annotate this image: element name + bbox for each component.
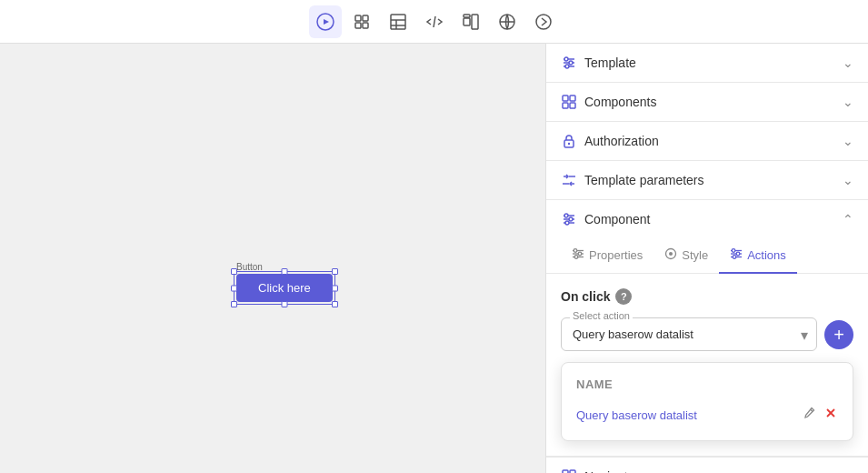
layout-button[interactable] (454, 5, 487, 38)
action-delete-button[interactable] (823, 406, 838, 424)
add-action-button[interactable]: + (824, 320, 853, 349)
section-navigator-header[interactable]: Navigator ⌄ (546, 458, 868, 473)
section-template-params-title: Template parameters (561, 172, 704, 188)
tab-actions-label: Actions (747, 248, 786, 262)
svg-rect-23 (563, 96, 568, 101)
svg-point-44 (669, 252, 673, 256)
section-components-header[interactable]: Components ⌄ (546, 83, 868, 121)
on-click-header: On click ? (561, 288, 853, 305)
section-authorization-title: Authorization (561, 133, 659, 149)
navigator-icon (561, 468, 577, 473)
sliders-icon (561, 55, 577, 71)
handle-mr[interactable] (332, 285, 338, 291)
svg-point-16 (536, 15, 551, 29)
svg-point-34 (564, 214, 568, 217)
svg-rect-4 (355, 23, 361, 28)
component-sliders-icon (561, 211, 577, 227)
section-template-title: Template (561, 55, 636, 71)
section-authorization-chevron: ⌄ (843, 134, 853, 148)
translate-button[interactable] (491, 5, 524, 38)
section-template-params-header[interactable]: Template parameters ⌄ (546, 161, 868, 199)
style-tab-icon (664, 247, 677, 263)
action-list-dropdown: Name Query baserow datalist (561, 362, 853, 441)
tab-actions[interactable]: Actions (719, 238, 797, 274)
section-component-header[interactable]: Component ⌃ (546, 200, 868, 238)
tab-style[interactable]: Style (653, 238, 719, 274)
actions-tab-icon (730, 247, 743, 263)
arrow-right-button[interactable] (527, 5, 560, 38)
svg-rect-11 (464, 18, 470, 25)
action-edit-button[interactable] (802, 406, 816, 424)
svg-rect-26 (570, 103, 575, 108)
section-template-header[interactable]: Template ⌄ (546, 44, 868, 82)
toolbar (0, 0, 868, 44)
section-components: Components ⌄ (546, 83, 868, 122)
select-wrapper: Query baserow datalist Open URL Show not… (561, 317, 817, 351)
section-component-chevron: ⌃ (843, 212, 853, 226)
handle-br[interactable] (332, 301, 338, 307)
section-authorization: Authorization ⌄ (546, 122, 868, 161)
svg-point-41 (578, 252, 582, 256)
lock-icon (561, 133, 577, 149)
svg-point-21 (569, 61, 573, 65)
main-layout: Button Click here (0, 44, 868, 473)
handle-bm[interactable] (281, 301, 287, 307)
select-action-dropdown[interactable]: Query baserow datalist Open URL Show not… (561, 317, 817, 351)
section-template-params-label: Template parameters (584, 173, 704, 187)
tab-properties[interactable]: Properties (561, 238, 653, 274)
svg-line-10 (434, 16, 435, 27)
svg-rect-2 (355, 15, 361, 21)
svg-point-20 (564, 57, 568, 61)
svg-point-42 (574, 256, 578, 259)
on-click-label: On click (561, 289, 610, 304)
section-template: Template ⌄ (546, 44, 868, 83)
select-action-wrapper: Select action Query baserow datalist Ope… (561, 317, 853, 351)
help-icon[interactable]: ? (615, 288, 632, 305)
section-navigator: Navigator ⌄ (546, 457, 868, 473)
arrows-icon (561, 172, 577, 188)
svg-point-22 (565, 65, 569, 68)
table-button[interactable] (382, 5, 414, 38)
tab-properties-label: Properties (589, 248, 643, 262)
handle-bl[interactable] (231, 301, 237, 307)
svg-point-36 (565, 221, 569, 225)
svg-rect-25 (563, 103, 568, 108)
canvas-widget: Click here (236, 274, 333, 302)
section-template-label: Template (584, 55, 636, 70)
grid-icon (561, 94, 577, 110)
grid-button[interactable] (345, 5, 378, 38)
section-authorization-label: Authorization (584, 134, 659, 148)
section-component-title: Component (561, 211, 650, 227)
on-click-section: On click ? Select action Query baserow d… (546, 274, 868, 456)
section-template-params-chevron: ⌄ (843, 173, 853, 187)
section-navigator-chevron: ⌄ (843, 469, 853, 473)
action-list-header: Name (562, 370, 853, 397)
svg-point-28 (568, 143, 570, 145)
handle-tr[interactable] (332, 268, 338, 275)
svg-point-50 (733, 256, 736, 259)
section-authorization-header[interactable]: Authorization ⌄ (546, 122, 868, 160)
action-item-actions (802, 406, 838, 424)
canvas-area[interactable]: Button Click here (0, 44, 545, 473)
canvas-button-wrapper: Button Click here (236, 262, 333, 302)
action-list-item[interactable]: Query baserow datalist (562, 397, 853, 433)
section-template-chevron: ⌄ (843, 55, 853, 70)
svg-rect-6 (391, 15, 405, 29)
select-action-label: Select action (570, 310, 633, 321)
action-item-text: Query baserow datalist (576, 408, 697, 422)
section-navigator-title: Navigator (561, 468, 639, 473)
properties-tab-icon (572, 247, 584, 263)
svg-rect-5 (363, 23, 368, 28)
svg-rect-3 (363, 15, 368, 21)
play-button[interactable] (309, 5, 342, 38)
svg-point-48 (732, 249, 735, 253)
svg-point-35 (569, 217, 573, 221)
select-action-row: Query baserow datalist Open URL Show not… (561, 317, 853, 351)
section-navigator-label: Navigator (584, 469, 639, 473)
tab-style-label: Style (682, 248, 708, 262)
section-template-params: Template parameters ⌄ (546, 161, 868, 200)
svg-line-51 (811, 409, 813, 412)
code-button[interactable] (418, 5, 451, 38)
canvas-widget-button[interactable]: Click here (236, 274, 333, 302)
svg-rect-24 (570, 96, 575, 101)
